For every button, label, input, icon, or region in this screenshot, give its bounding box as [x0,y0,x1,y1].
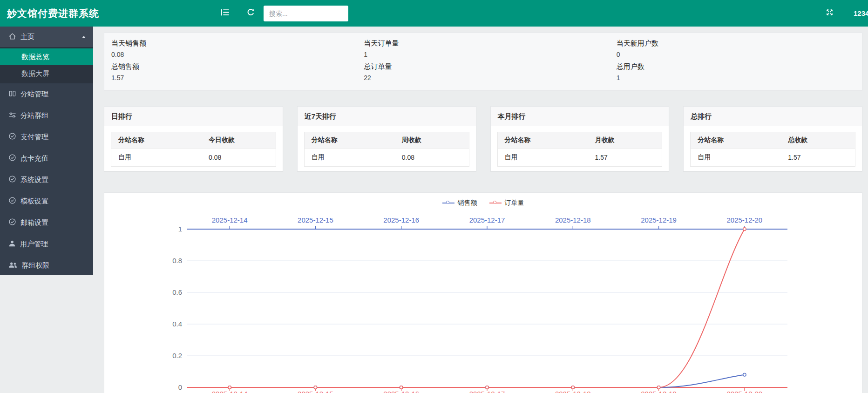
column-header: 月收款 [588,132,662,149]
ranking-table: 分站名称 今日收款 自用 0.08 [111,132,276,167]
sales-orders-chart-card: 销售额 订单量 00.20.40.60.812025-12-142025-12-… [104,192,862,393]
stat-today-orders: 当天订单量 1 [357,39,609,62]
cell-amount: 0.08 [395,149,469,167]
sidebar-item-site-groups[interactable]: 分站群组 [0,105,93,126]
svg-text:2025-12-18: 2025-12-18 [555,216,591,224]
fullscreen-icon [826,9,833,18]
cell-amount: 0.08 [202,149,276,167]
svg-text:2025-12-17: 2025-12-17 [469,216,505,224]
column-header: 总收款 [781,132,855,149]
svg-text:1: 1 [178,225,182,233]
stat-label: 总订单量 [364,62,609,71]
dashboard-page: { "header": { "title": "妙文馆付费进群系统", "sea… [0,0,868,393]
stat-value: 1 [364,51,609,58]
svg-text:2025-12-16: 2025-12-16 [383,216,419,224]
sidebar-item-data-overview[interactable]: 数据总览 [0,48,93,65]
ranking-card-title: 日排行 [104,107,283,126]
svg-text:2025-12-14: 2025-12-14 [212,390,248,393]
table-row: 自用 0.08 [304,149,469,167]
svg-text:0.4: 0.4 [172,320,182,328]
table-header-row: 分站名称 总收款 [691,132,855,149]
ranking-card-title: 近7天排行 [298,107,476,126]
svg-text:2025-12-15: 2025-12-15 [298,390,333,393]
table-row: 自用 0.08 [111,149,276,167]
sidebar-item-payment-management[interactable]: 支付管理 [0,126,93,148]
username[interactable]: 12345 [854,0,868,27]
fullscreen-button[interactable] [826,0,833,27]
stat-label: 总用户数 [617,62,862,71]
stat-total-sales: 总销售额 1.57 [104,62,357,86]
stat-value: 0 [617,51,862,58]
svg-text:2025-12-16: 2025-12-16 [383,390,419,393]
svg-text:2025-12-19: 2025-12-19 [641,216,677,224]
badge-check-icon [8,175,16,184]
column-header: 分站名称 [691,132,781,149]
stat-today-sales: 当天销售额 0.08 [104,39,357,62]
sidebar-toggle-button[interactable] [221,0,229,27]
ranking-table: 分站名称 周收款 自用 0.08 [304,132,469,167]
sidebar-item-system-settings[interactable]: 系统设置 [0,169,93,190]
sidebar-item-label: 分站管理 [20,90,48,99]
stat-today-new-users: 当天新用户数 0 [610,39,862,62]
chevron-up-icon [82,36,86,38]
refresh-button[interactable] [247,0,255,27]
sidebar-item-site-management[interactable]: 分站管理 [0,83,93,105]
svg-text:0.2: 0.2 [172,352,182,359]
legend-item-sales[interactable]: 销售额 [442,199,477,207]
cell-amount: 1.57 [781,149,855,167]
sidebar-item-user-management[interactable]: 用户管理 [0,233,93,255]
column-header: 分站名称 [497,132,588,149]
ranking-card-month: 本月排行 分站名称 月收款 自用 1.57 [490,106,670,171]
search-input[interactable] [264,6,348,21]
sidebar-item-card-recharge[interactable]: 点卡充值 [0,148,93,169]
stat-value: 0.08 [111,51,357,58]
stats-summary-card: 当天销售额 0.08 当天订单量 1 当天新用户数 0 总销售额 1.57 总订… [104,33,862,91]
stat-total-users: 总用户数 1 [610,62,862,86]
sidebar-item-label: 用户管理 [20,240,48,249]
sidebar-item-label: 邮箱设置 [20,218,48,227]
column-header: 分站名称 [304,132,395,149]
cell-site-name: 自用 [304,149,395,167]
cell-site-name: 自用 [111,149,202,167]
columns-icon [8,90,16,99]
ranking-card-title: 本月排行 [491,107,669,126]
sidebar-item-label: 系统设置 [20,176,48,184]
stat-label: 当天订单量 [364,39,609,48]
sidebar-item-group-permissions[interactable]: 群组权限 [0,255,93,276]
sidebar-item-label: 支付管理 [20,133,48,142]
svg-text:2025-12-20: 2025-12-20 [726,390,762,393]
ranking-card-daily: 日排行 分站名称 今日收款 自用 0.08 [104,106,283,171]
sidebar-item-data-screen[interactable]: 数据大屏 [0,65,93,82]
badge-check-icon [8,132,16,142]
line-chart: 00.20.40.60.812025-12-142025-12-152025-1… [104,193,862,393]
stat-label: 当天新用户数 [617,39,862,48]
badge-check-icon [8,218,16,227]
table-header-row: 分站名称 周收款 [304,132,469,149]
table-row: 自用 1.57 [497,149,662,167]
stat-total-orders: 总订单量 22 [357,62,609,86]
cell-site-name: 自用 [497,149,588,167]
sliders-icon [8,111,16,120]
legend-line-marker [489,203,502,203]
svg-text:0: 0 [178,383,182,391]
legend-line-marker [442,203,454,203]
sidebar-item-label: 群组权限 [21,261,49,270]
users-icon [8,261,17,270]
sidebar-item-home[interactable]: 主页 [0,27,93,47]
table-header-row: 分站名称 今日收款 [111,132,276,149]
menu-toggle-icon [221,9,229,18]
app-title: 妙文馆付费进群系统 [7,0,99,27]
sidebar-item-email-settings[interactable]: 邮箱设置 [0,212,93,233]
stat-value: 1 [617,74,862,81]
ranking-table: 分站名称 总收款 自用 1.57 [690,132,855,167]
legend-item-orders[interactable]: 订单量 [489,199,524,207]
sidebar-item-template-settings[interactable]: 模板设置 [0,190,93,212]
user-icon [8,240,16,249]
stat-value: 1.57 [111,74,357,81]
sidebar: 主页 数据总览 数据大屏 分站管理 分 [0,27,93,275]
stat-label: 总销售额 [111,62,357,71]
sidebar-item-label: 模板设置 [20,197,48,206]
cell-site-name: 自用 [691,149,781,167]
table-row: 自用 1.57 [691,149,855,167]
chart-legend: 销售额 订单量 [104,199,862,207]
